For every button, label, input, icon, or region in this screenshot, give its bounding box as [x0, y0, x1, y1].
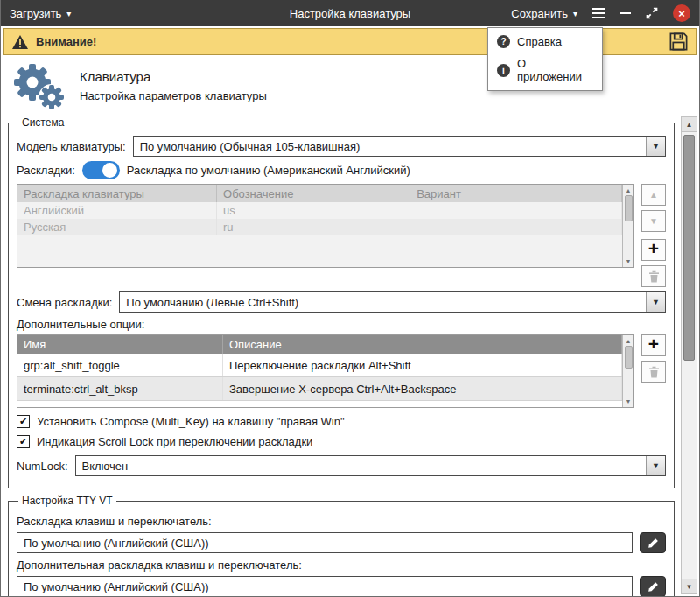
- move-layout-up-button[interactable]: ▲: [641, 184, 666, 206]
- content-area: Система Модель клавиатуры: По умолчанию …: [1, 115, 699, 596]
- delete-option-button[interactable]: [641, 361, 666, 383]
- tty-group-legend: Настройка TTY VT: [18, 495, 116, 507]
- scroll-down-icon[interactable]: ▼: [682, 579, 696, 593]
- layouts-table[interactable]: Раскладка клавиатуры Обозначение Вариант…: [17, 184, 634, 268]
- info-icon: i: [497, 64, 510, 77]
- scrollbar-thumb[interactable]: [683, 135, 695, 361]
- chevron-down-icon[interactable]: ▼: [646, 292, 665, 312]
- floppy-save-icon: [668, 32, 689, 52]
- keyboard-model-value: По умолчанию (Обычная 105-клавишная): [134, 137, 646, 156]
- table-row[interactable]: Русская ru: [18, 219, 622, 235]
- tty-group: Настройка TTY VT Раскладка клавиш и пере…: [8, 495, 675, 596]
- expand-icon: [646, 7, 658, 19]
- numlock-select[interactable]: Включен ▼: [75, 455, 666, 476]
- extra-options-label: Дополнительные опции:: [17, 318, 666, 331]
- scrollbar-thumb[interactable]: [625, 195, 633, 221]
- edit-tty-extra-layout-button[interactable]: [640, 576, 666, 596]
- menu-item-about[interactable]: i О приложении: [488, 53, 602, 88]
- chevron-down-icon: ▾: [66, 9, 71, 18]
- save-menu-label: Сохранить: [511, 7, 568, 20]
- default-layout-toggle[interactable]: [82, 161, 120, 179]
- compose-key-checkbox[interactable]: ✔: [17, 415, 30, 428]
- close-icon: ×: [678, 8, 685, 19]
- main-scrollbar[interactable]: ▲ ▼: [681, 116, 697, 594]
- arrow-down-icon: ▼: [649, 216, 658, 226]
- scroll-up-icon[interactable]: ▲: [626, 186, 632, 195]
- chevron-down-icon: ▾: [573, 9, 578, 18]
- extra-options-table-header: Имя Описание: [18, 335, 622, 354]
- system-group: Система Модель клавиатуры: По умолчанию …: [8, 116, 675, 488]
- trash-icon: [648, 366, 660, 378]
- keyboard-model-select[interactable]: По умолчанию (Обычная 105-клавишная) ▼: [133, 136, 666, 157]
- chevron-down-icon[interactable]: ▼: [646, 456, 665, 475]
- checkmark-icon: ✔: [19, 416, 27, 427]
- maximize-button[interactable]: [646, 7, 658, 19]
- table-row[interactable]: grp:alt_shift_toggle Переключение раскла…: [18, 354, 622, 377]
- tty-extra-layout-label: Дополнительная раскладка клавиш и перекл…: [17, 558, 666, 572]
- checkmark-icon: ✔: [19, 436, 27, 447]
- table-row[interactable]: terminate:ctrl_alt_bksp Завершение X-сер…: [18, 377, 622, 401]
- menu-item-help[interactable]: ? Справка: [488, 31, 602, 53]
- system-group-legend: Система: [18, 116, 67, 129]
- app-window: Загрузить ▾ Настройка клавиатуры Сохрани…: [0, 0, 700, 597]
- page-subtitle: Настройка параметров клавиатуры: [80, 89, 267, 102]
- delete-layout-button[interactable]: [641, 265, 666, 287]
- minimize-icon: [620, 12, 631, 14]
- scroll-up-icon[interactable]: ▲: [682, 117, 696, 132]
- scroll-lock-indicator-checkbox[interactable]: ✔: [17, 435, 30, 448]
- keyboard-model-label: Модель клавиатуры:: [17, 140, 126, 153]
- layouts-table-scrollbar[interactable]: ▲ ▼: [622, 185, 634, 267]
- scroll-lock-indicator-label: Индикация Scroll Lock при переключении р…: [37, 435, 312, 448]
- save-file-button[interactable]: [668, 32, 689, 52]
- trash-icon: [648, 270, 660, 283]
- add-option-button[interactable]: +: [641, 334, 666, 356]
- close-button[interactable]: ×: [673, 4, 690, 22]
- edit-tty-layout-button[interactable]: [640, 532, 666, 553]
- arrow-up-icon: ▲: [649, 190, 658, 200]
- tty-layout-label: Раскладка клавиш и переключатель:: [17, 515, 666, 528]
- pencil-icon: [648, 581, 659, 593]
- warning-icon: [11, 34, 29, 50]
- extra-options-table[interactable]: Имя Описание grp:alt_shift_toggle Перекл…: [17, 334, 634, 408]
- load-menu-label: Загрузить: [10, 7, 61, 20]
- load-menu-button[interactable]: Загрузить ▾: [10, 7, 71, 20]
- layout-switch-value: По умолчанию (Левые Ctrl+Shift): [120, 292, 646, 312]
- hamburger-icon: [592, 8, 606, 18]
- numlock-label: NumLock:: [17, 460, 68, 473]
- tty-extra-layout-field[interactable]: По умолчанию (Английский (США)): [17, 576, 633, 596]
- save-menu-button[interactable]: Сохранить ▾: [511, 7, 578, 20]
- warning-text: Внимание!: [36, 35, 96, 48]
- menu-item-help-label: Справка: [517, 35, 562, 48]
- move-layout-down-button[interactable]: ▼: [641, 210, 666, 232]
- scroll-down-icon[interactable]: ▼: [626, 397, 632, 406]
- minimize-button[interactable]: [620, 12, 631, 14]
- tty-layout-field[interactable]: По умолчанию (Английский (США)): [17, 532, 633, 553]
- help-icon: ?: [497, 35, 510, 48]
- scroll-down-icon[interactable]: ▼: [626, 256, 632, 266]
- save-dropdown-menu: ? Справка i О приложении: [487, 27, 603, 91]
- layouts-status-text: Раскладка по умолчанию (Американский Анг…: [127, 164, 410, 177]
- scrollbar-thumb[interactable]: [625, 346, 633, 369]
- window-title: Настройка клавиатуры: [290, 7, 410, 20]
- menu-item-about-label: О приложении: [517, 57, 593, 83]
- page-title: Клавиатура: [80, 69, 267, 84]
- layouts-table-header: Раскладка клавиатуры Обозначение Вариант: [18, 185, 622, 202]
- pencil-icon: [648, 537, 659, 549]
- titlebar: Загрузить ▾ Настройка клавиатуры Сохрани…: [1, 0, 699, 26]
- layouts-label: Раскладки:: [17, 164, 75, 177]
- table-row[interactable]: Английский us: [18, 202, 622, 219]
- add-layout-button[interactable]: +: [641, 239, 666, 261]
- scroll-up-icon[interactable]: ▲: [626, 336, 632, 346]
- layout-switch-label: Смена раскладки:: [17, 296, 112, 309]
- numlock-value: Включен: [76, 456, 646, 475]
- options-table-scrollbar[interactable]: ▲ ▼: [622, 335, 634, 407]
- compose-key-label: Установить Compose (Multi_Key) на клавиш…: [37, 415, 345, 428]
- chevron-down-icon[interactable]: ▼: [646, 137, 665, 156]
- layout-switch-select[interactable]: По умолчанию (Левые Ctrl+Shift) ▼: [119, 291, 666, 313]
- keyboard-settings-gears-icon: [11, 61, 66, 110]
- hamburger-menu-button[interactable]: [592, 8, 606, 18]
